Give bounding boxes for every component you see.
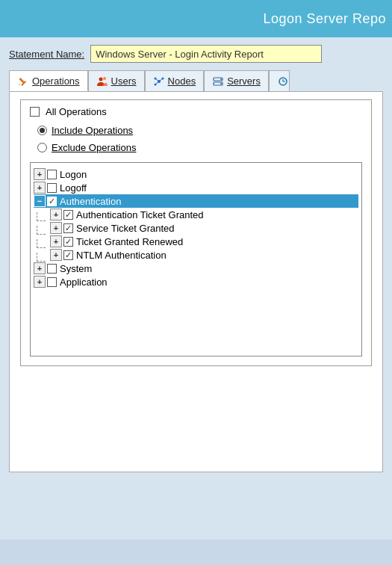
tree-container: + Logon + Logoff − Authentication bbox=[30, 162, 362, 356]
indent-1 bbox=[37, 212, 46, 221]
indent-3 bbox=[37, 226, 46, 235]
tree-label-logon: Logon bbox=[60, 169, 87, 180]
bottom-area bbox=[0, 480, 392, 540]
tree-label-logoff: Logoff bbox=[60, 182, 87, 194]
radio-include-circle bbox=[37, 126, 47, 135]
tree-expander-service-ticket[interactable]: + bbox=[50, 222, 62, 234]
tree-label-authentication: Authentication bbox=[60, 196, 121, 207]
main-area: Statement Name: Operations bbox=[0, 37, 392, 480]
tree-checkbox-ntlm[interactable] bbox=[63, 250, 73, 260]
tree-expander-authentication[interactable]: − bbox=[34, 195, 46, 207]
all-operations-label: All Operations bbox=[46, 106, 107, 117]
tree-checkbox-logoff[interactable] bbox=[47, 183, 57, 193]
tree-item-application[interactable]: + Application bbox=[34, 275, 358, 288]
tree-checkbox-application[interactable] bbox=[47, 277, 57, 287]
radio-exclude-label: Exclude Operations bbox=[52, 142, 136, 153]
all-operations-checkbox[interactable] bbox=[30, 107, 40, 117]
tree-item-system[interactable]: + System bbox=[34, 262, 358, 275]
tab-nodes-label: Nodes bbox=[168, 75, 196, 87]
radio-exclude[interactable]: Exclude Operations bbox=[37, 142, 362, 153]
tree-expander-application[interactable]: + bbox=[34, 276, 46, 288]
svg-point-4 bbox=[103, 77, 106, 80]
tab-servers-label: Servers bbox=[227, 75, 261, 87]
indent-5 bbox=[37, 239, 46, 248]
statement-row: Statement Name: bbox=[9, 45, 383, 63]
users-icon bbox=[96, 75, 108, 87]
indent-7 bbox=[37, 253, 46, 262]
tree-label-ntlm: NTLM Authentication bbox=[76, 250, 167, 261]
tree-item-logon[interactable]: + Logon bbox=[34, 167, 358, 181]
svg-line-11 bbox=[155, 81, 159, 84]
tree-label-application: Application bbox=[60, 277, 108, 288]
tree-label-service-ticket: Service Ticket Granted bbox=[76, 223, 175, 234]
tree-checkbox-authentication[interactable] bbox=[47, 197, 57, 206]
tree-checkbox-ticket-renewed[interactable] bbox=[63, 237, 73, 247]
tree-checkbox-logon[interactable] bbox=[47, 170, 57, 179]
tree-item-ntlm[interactable]: + NTLM Authentication bbox=[34, 248, 358, 262]
svg-point-14 bbox=[220, 78, 222, 80]
radio-group: Include Operations Exclude Operations bbox=[30, 125, 362, 153]
tab-nodes[interactable]: Nodes bbox=[145, 70, 205, 91]
radio-include-label: Include Operations bbox=[52, 125, 133, 136]
all-operations-legend: All Operations bbox=[30, 106, 362, 117]
tree-label-system: System bbox=[60, 263, 92, 274]
all-operations-group: All Operations Include Operations Exclud… bbox=[20, 99, 372, 366]
tab-operations[interactable]: Operations bbox=[9, 70, 88, 91]
svg-point-15 bbox=[220, 83, 222, 84]
nodes-icon bbox=[153, 75, 165, 87]
header-bar: Logon Server Repo bbox=[0, 0, 392, 37]
tree-checkbox-system[interactable] bbox=[47, 264, 57, 274]
tree-item-auth-ticket-granted[interactable]: + Authentication Ticket Granted bbox=[34, 208, 358, 221]
svg-marker-1 bbox=[19, 84, 20, 85]
tree-item-authentication[interactable]: − Authentication bbox=[34, 194, 358, 208]
servers-icon bbox=[212, 75, 224, 87]
svg-line-9 bbox=[155, 78, 159, 81]
radio-exclude-circle bbox=[37, 143, 47, 152]
tree-item-logoff[interactable]: + Logoff bbox=[34, 181, 358, 194]
radio-include[interactable]: Include Operations bbox=[37, 125, 362, 136]
tree-expander-ticket-renewed[interactable]: + bbox=[50, 235, 62, 247]
tree-expander-ntlm[interactable]: + bbox=[50, 249, 62, 261]
tree-checkbox-auth-ticket[interactable] bbox=[63, 210, 73, 220]
tab-more[interactable]: D bbox=[269, 70, 290, 91]
tab-users-label: Users bbox=[111, 75, 137, 87]
tree-expander-logon[interactable]: + bbox=[34, 168, 46, 180]
tab-users[interactable]: Users bbox=[88, 70, 145, 91]
tree-item-service-ticket[interactable]: + Service Ticket Granted bbox=[34, 221, 358, 235]
statement-label: Statement Name: bbox=[9, 49, 84, 60]
svg-line-10 bbox=[159, 78, 163, 81]
tab-operations-label: Operations bbox=[32, 75, 80, 87]
tree-label-ticket-renewed: Ticket Granted Renewed bbox=[76, 236, 183, 247]
panel: All Operations Include Operations Exclud… bbox=[9, 91, 383, 472]
pencil-icon bbox=[17, 75, 29, 87]
tree-item-ticket-granted-renewed[interactable]: + Ticket Granted Renewed bbox=[34, 235, 358, 248]
tree-checkbox-service-ticket[interactable] bbox=[63, 223, 73, 233]
svg-rect-2 bbox=[19, 78, 25, 84]
tree-expander-logoff[interactable]: + bbox=[34, 182, 46, 194]
tree-expander-auth-ticket[interactable]: + bbox=[50, 209, 62, 220]
more-icon bbox=[277, 75, 289, 87]
tab-servers[interactable]: Servers bbox=[204, 70, 269, 91]
tree-expander-system[interactable]: + bbox=[34, 262, 46, 274]
tabs-row: Operations Users bbox=[9, 70, 383, 91]
svg-point-3 bbox=[99, 77, 102, 81]
header-title: Logon Server Repo bbox=[263, 11, 386, 27]
statement-name-input[interactable] bbox=[90, 45, 322, 63]
tree-label-auth-ticket: Authentication Ticket Granted bbox=[76, 209, 204, 220]
